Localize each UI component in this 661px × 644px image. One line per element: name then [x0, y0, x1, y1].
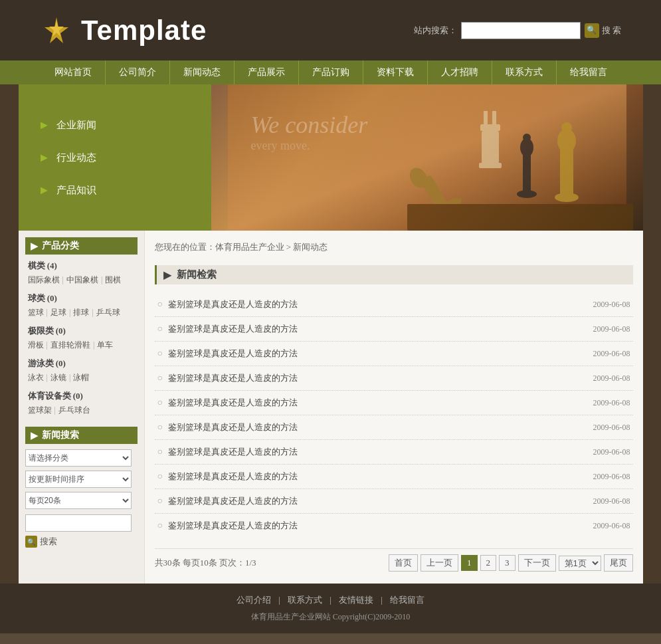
banner-item[interactable]: ►企业新闻 [39, 118, 191, 132]
perpage-select[interactable]: 每页20条 [25, 492, 132, 509]
category-item-link[interactable]: 单车 [97, 340, 113, 351]
pagination-page-select[interactable]: 第1页 [559, 556, 601, 571]
footer-links: 公司介绍 | 联系方式 | 友情链接 | 给我留言 [11, 594, 650, 606]
pagination-page-3[interactable]: 3 [499, 555, 516, 571]
bullet-icon: ○ [157, 496, 163, 506]
news-search-input[interactable] [25, 514, 132, 532]
nav-item-download[interactable]: 资料下载 [363, 60, 428, 84]
category-items: 国际象棋|中国象棋|围棋 [28, 274, 138, 286]
news-item-title[interactable]: 鉴别篮球是真皮还是人造皮的方法 [168, 323, 587, 335]
search-area: 站内搜索： 🔍 搜 索 [414, 22, 621, 39]
banner-item[interactable]: ►产品知识 [39, 183, 191, 197]
news-item-title[interactable]: 鉴别篮球是真皮还是人造皮的方法 [168, 421, 587, 433]
bullet-icon: ○ [157, 373, 163, 383]
banner-item[interactable]: ►行业动态 [39, 151, 191, 165]
news-item-title[interactable]: 鉴别篮球是真皮还是人造皮的方法 [168, 397, 587, 409]
category-item-link[interactable]: 排球 [73, 307, 89, 318]
news-item-title[interactable]: 鉴别篮球是真皮还是人造皮的方法 [168, 372, 587, 384]
svg-point-15 [561, 122, 572, 133]
list-item: ○ 鉴别篮球是真皮还是人造皮的方法 2009-06-08 [155, 489, 633, 514]
list-item: ○ 鉴别篮球是真皮还是人造皮的方法 2009-06-08 [155, 465, 633, 489]
list-item: ○ 鉴别篮球是真皮还是人造皮的方法 2009-06-08 [155, 292, 633, 317]
news-item-date: 2009-06-08 [593, 496, 630, 506]
search-input[interactable] [461, 22, 581, 39]
category-item-link[interactable]: 篮球 [28, 307, 44, 318]
category-item-link[interactable]: 国际象棋 [28, 274, 60, 286]
pagination-page-2[interactable]: 2 [480, 555, 497, 571]
news-search-input-row [25, 514, 138, 532]
pagination-page-1[interactable]: 1 [461, 555, 478, 571]
category-item-link[interactable]: 围棋 [105, 274, 121, 286]
news-item-title[interactable]: 鉴别篮球是真皮还是人造皮的方法 [168, 471, 587, 483]
pagination-next[interactable]: 下一页 [518, 554, 556, 572]
nav-item-products[interactable]: 产品展示 [235, 60, 299, 84]
category-item-link[interactable]: 直排轮滑鞋 [50, 340, 90, 351]
category-item-link[interactable]: 乒乓球 [96, 307, 120, 318]
list-item: ○ 鉴别篮球是真皮还是人造皮的方法 2009-06-08 [155, 366, 633, 391]
nav-item-about[interactable]: 公司简介 [106, 60, 170, 84]
sort-select[interactable]: 按更新时间排序 [25, 471, 132, 488]
bullet-icon: ○ [157, 324, 163, 334]
category-item-link[interactable]: 乒乓球台 [58, 405, 90, 416]
category-items: 滑板|直排轮滑鞋|单车 [28, 340, 138, 351]
news-item-title[interactable]: 鉴别篮球是真皮还是人造皮的方法 [168, 520, 587, 532]
category-item-link[interactable]: 中国象棋 [66, 274, 98, 286]
banner-item-text: 行业动态 [56, 152, 96, 164]
logo-icon [40, 14, 73, 47]
nav-item-news[interactable]: 新闻动态 [170, 60, 235, 84]
bullet-icon: ○ [157, 348, 163, 359]
news-item-title[interactable]: 鉴别篮球是真皮还是人造皮的方法 [168, 298, 587, 310]
nav-item-home[interactable]: 网站首页 [41, 60, 106, 84]
pagination-last[interactable]: 尾页 [604, 554, 633, 572]
category-items: 篮球架|乒乓球台 [28, 405, 138, 416]
news-search-selects: 请选择分类 按更新时间排序 每页20条 [25, 449, 138, 509]
nav-item-message[interactable]: 给我留言 [557, 60, 620, 84]
separator: | [93, 340, 94, 350]
footer-link-3[interactable]: 给我留言 [390, 595, 425, 605]
bullet-icon: ○ [157, 447, 163, 457]
pagination-first[interactable]: 首页 [389, 554, 418, 572]
category-item-link[interactable]: 滑板 [28, 340, 44, 351]
category-group: 极限类 (0)滑板|直排轮滑鞋|单车 [25, 325, 138, 351]
nav-item-contact[interactable]: 联系方式 [492, 60, 557, 84]
category-name: 游泳类 (0) [28, 358, 138, 370]
footer-link-1[interactable]: 联系方式 [288, 595, 322, 605]
separator: | [47, 373, 48, 383]
news-item-title[interactable]: 鉴别篮球是真皮还是人造皮的方法 [168, 348, 587, 360]
news-search-title-text: 新闻搜索 [42, 429, 79, 441]
bullet-icon: ○ [157, 299, 163, 310]
bullet-icon: ► [39, 151, 50, 165]
search-button[interactable]: 🔍 搜 索 [585, 23, 621, 38]
category-arrow-icon: ▶ [31, 241, 38, 252]
category-item-link[interactable]: 泳帽 [73, 372, 89, 383]
logo-text: Template [81, 15, 207, 47]
svg-rect-4 [484, 111, 488, 126]
search-label: 站内搜索： [414, 25, 457, 37]
footer-link-2[interactable]: 友情链接 [339, 595, 373, 605]
news-item-date: 2009-06-08 [593, 521, 630, 531]
category-title: ▶ 产品分类 [25, 237, 138, 255]
pagination: 共30条 每页10条 页次：1/3 首页上一页123下一页第1页尾页 [155, 548, 633, 577]
category-item-link[interactable]: 足球 [50, 307, 66, 318]
category-items: 篮球|足球|排球|乒乓球 [28, 307, 138, 318]
bullet-icon: ○ [157, 471, 163, 482]
search-button-label: 搜 索 [602, 25, 621, 37]
footer-link-0[interactable]: 公司介绍 [236, 595, 271, 605]
category-group: 棋类 (4)国际象棋|中国象棋|围棋 [25, 260, 138, 286]
pagination-info: 共30条 每页10条 页次：1/3 [155, 557, 256, 569]
category-item-link[interactable]: 泳衣 [28, 372, 44, 383]
category-item-link[interactable]: 篮球架 [28, 405, 52, 416]
news-item-date: 2009-06-08 [593, 472, 630, 482]
pagination-prev[interactable]: 上一页 [421, 554, 458, 572]
category-select[interactable]: 请选择分类 [25, 449, 132, 467]
news-item-title[interactable]: 鉴别篮球是真皮还是人造皮的方法 [168, 446, 587, 458]
svg-rect-9 [523, 151, 531, 194]
nav-item-order[interactable]: 产品订购 [299, 60, 363, 84]
separator: | [62, 275, 64, 285]
news-item-title[interactable]: 鉴别篮球是真皮还是人造皮的方法 [168, 495, 587, 507]
news-search-button[interactable]: 🔍 搜索 [25, 536, 57, 548]
category-item-link[interactable]: 泳镜 [50, 372, 66, 383]
bullet-icon: ○ [157, 397, 163, 408]
svg-rect-5 [492, 111, 496, 126]
nav-item-jobs[interactable]: 人才招聘 [428, 60, 492, 84]
